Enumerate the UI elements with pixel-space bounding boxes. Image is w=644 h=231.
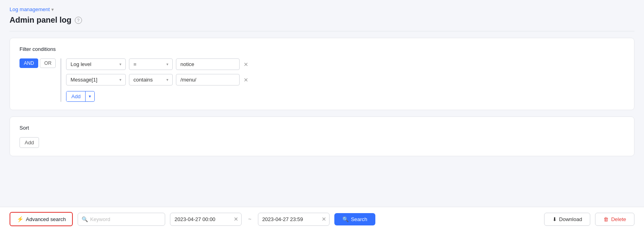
advanced-search-label: Advanced search	[26, 216, 66, 222]
page-title-row: Admin panel log ?	[10, 16, 634, 25]
chevron-down-icon: ▾	[119, 78, 121, 82]
filter-all-rows: Log level ▾ = ▾ ✕ Message[1]	[66, 58, 249, 85]
date-from-wrapper: ✕	[170, 213, 242, 226]
divider	[10, 31, 634, 31]
delete-label: Delete	[611, 216, 626, 222]
log-level-select[interactable]: Log level ▾	[66, 58, 126, 70]
chevron-down-icon: ▾	[166, 62, 168, 66]
message-select[interactable]: Message[1] ▾	[66, 74, 126, 85]
date-to-clear-button[interactable]: ✕	[322, 216, 326, 222]
download-button[interactable]: ⬇ Download	[544, 213, 591, 226]
close-icon[interactable]: ✕	[243, 60, 249, 68]
logic-group: AND OR	[20, 58, 56, 68]
filter-row: Log level ▾ = ▾ ✕	[66, 58, 249, 70]
date-to-input[interactable]	[258, 213, 330, 226]
date-from-input[interactable]	[170, 213, 242, 226]
add-filter-button[interactable]: Add	[66, 91, 86, 101]
date-to-wrapper: ✕	[258, 213, 330, 226]
filter-section-title: Filter conditions	[20, 46, 624, 52]
sort-card: Sort Add	[10, 116, 634, 156]
filter-card: Filter conditions AND OR Log level ▾	[10, 38, 634, 110]
help-icon[interactable]: ?	[75, 17, 82, 24]
breadcrumb-link[interactable]: Log management	[10, 6, 50, 12]
operator-label-2: contains	[133, 77, 152, 83]
keyword-input[interactable]	[78, 213, 165, 226]
and-button[interactable]: AND	[20, 58, 38, 68]
keyword-input-wrapper: 🔍	[78, 213, 165, 226]
or-button[interactable]: OR	[40, 58, 56, 68]
search-button-icon: 🔍	[342, 216, 349, 222]
close-icon[interactable]: ✕	[243, 76, 249, 84]
bottom-bar: ⚡ Advanced search 🔍 ✕ ~ ✕ 🔍 Search ⬇ Dow…	[0, 207, 644, 231]
filter-rows-container: Log level ▾ = ▾ ✕ Message[1]	[60, 58, 249, 102]
chevron-down-icon: ▾	[166, 78, 168, 82]
log-level-label: Log level	[70, 61, 91, 67]
value-input-1[interactable]	[176, 58, 240, 70]
download-label: Download	[559, 216, 582, 222]
download-icon: ⬇	[552, 216, 557, 222]
trash-icon: 🗑	[603, 216, 609, 222]
search-button-label: Search	[351, 216, 367, 222]
filter-body: AND OR Log level ▾ = ▾	[20, 58, 624, 102]
date-range-separator: ~	[246, 216, 253, 222]
search-button[interactable]: 🔍 Search	[334, 213, 375, 225]
delete-button[interactable]: 🗑 Delete	[595, 213, 634, 226]
breadcrumb: Log management ▾	[10, 6, 634, 12]
operator-select-1[interactable]: = ▾	[129, 58, 173, 70]
chevron-down-icon: ▾	[119, 62, 121, 66]
sort-section-title: Sort	[20, 125, 624, 131]
search-icon: 🔍	[82, 216, 88, 222]
page-wrapper: Log management ▾ Admin panel log ? Filte…	[0, 0, 644, 231]
operator-select-2[interactable]: contains ▾	[129, 74, 173, 85]
operator-label-1: =	[133, 61, 137, 67]
chevron-down-icon: ▾	[51, 7, 54, 12]
advanced-search-button[interactable]: ⚡ Advanced search	[10, 212, 73, 226]
page-title: Admin panel log	[10, 16, 72, 25]
add-filter-button-group: Add ▾	[66, 91, 95, 102]
add-filter-dropdown-button[interactable]: ▾	[86, 92, 94, 101]
message-label: Message[1]	[70, 77, 97, 83]
add-sort-button[interactable]: Add	[20, 137, 39, 148]
filter-row: Message[1] ▾ contains ▾ ✕	[66, 74, 249, 85]
value-input-2[interactable]	[176, 74, 240, 85]
date-from-clear-button[interactable]: ✕	[234, 216, 238, 222]
funnel-icon: ⚡	[17, 216, 23, 222]
